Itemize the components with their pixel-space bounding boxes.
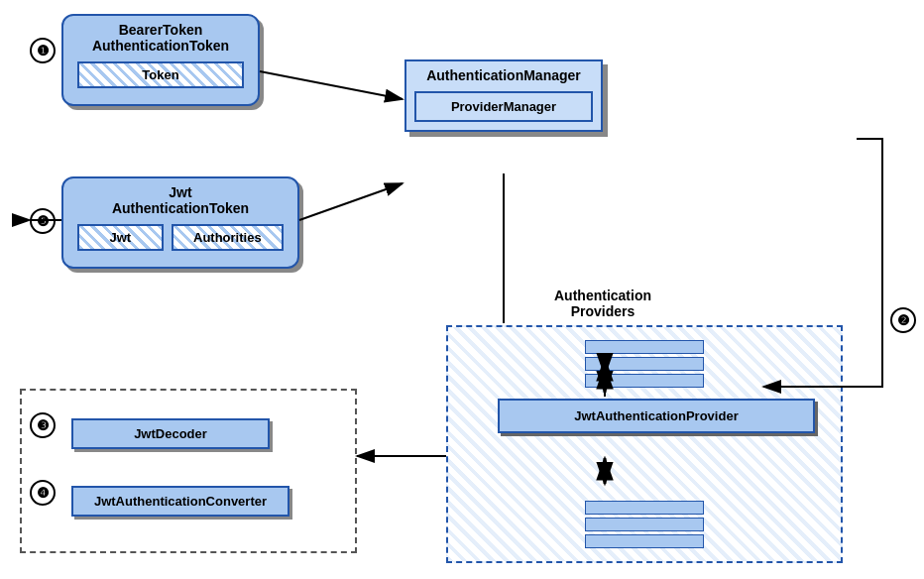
auth-providers-container: JwtAuthenticationProvider [446,325,843,563]
authorities-inner-box: Authorities [172,224,284,251]
bar-top-3 [585,374,704,388]
auth-manager-box: AuthenticationManager ProviderManager [404,59,603,132]
jwt-auth-token-box: Jwt AuthenticationToken Jwt Authorities [61,176,299,269]
bar-top-1 [585,340,704,354]
auth-providers-label: Authentication Providers [543,288,662,319]
jwt-inner-box: Jwt [77,224,164,251]
jwt-converter-box: JwtAuthenticationConverter [71,486,289,517]
jwt-decoder-box: JwtDecoder [71,418,270,449]
step-5: ❺ [30,208,56,234]
auth-manager-title: AuthenticationManager [406,61,601,87]
bearer-token-box: BearerToken AuthenticationToken Token [61,14,260,106]
bar-bot-2 [585,518,704,531]
step-2: ❷ [890,307,916,333]
provider-manager-box: ProviderManager [414,91,593,122]
diagram-container: BearerToken AuthenticationToken Token Jw… [0,0,924,579]
step-3: ❸ [30,412,56,438]
jwt-auth-token-title: Jwt AuthenticationToken [63,178,297,218]
bar-top-2 [585,357,704,371]
components-dashed-box: JwtDecoder JwtAuthenticationConverter [20,389,357,553]
bearer-token-title: BearerToken AuthenticationToken [63,16,258,56]
step-4: ❹ [30,480,56,506]
step-1: ❶ [30,38,56,63]
arrow-jwt-to-auth [299,183,403,220]
arrow-bearer-to-auth [260,71,403,99]
token-inner-box: Token [77,61,244,88]
bar-bot-1 [585,501,704,515]
jwt-provider-box: JwtAuthenticationProvider [498,399,815,433]
bar-bot-3 [585,534,704,548]
